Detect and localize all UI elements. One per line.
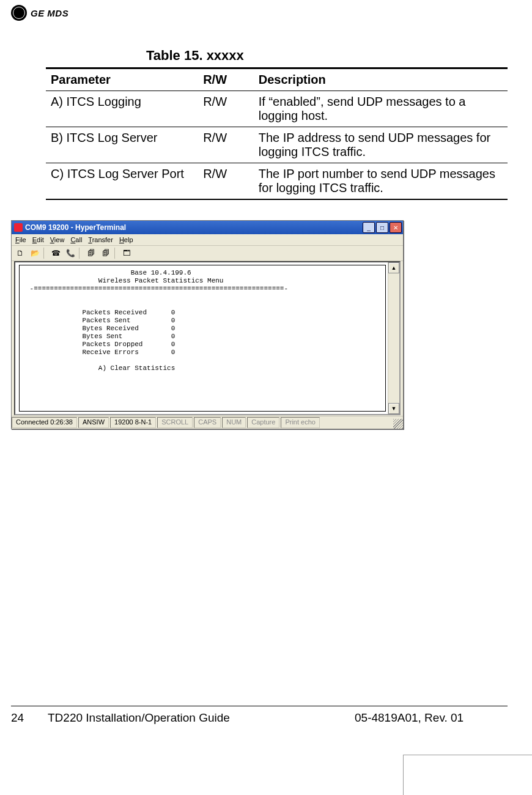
cell-desc: The IP address to send UDP messages for … (254, 127, 508, 163)
footer-title: TD220 Installation/Operation Guide (48, 711, 355, 725)
cell-desc: If “enabled”, send UDP messages to a log… (254, 91, 508, 127)
footer-revision: 05-4819A01, Rev. 01 (355, 711, 508, 725)
table-caption: Table 15. xxxxx (146, 48, 508, 64)
minimize-button[interactable]: _ (363, 222, 375, 233)
menu-edit[interactable]: Edit (32, 236, 44, 243)
terminal-output[interactable]: Base 10.4.199.6 Wireless Packet Statisti… (19, 265, 386, 412)
menu-transfer[interactable]: Transfer (88, 236, 113, 243)
status-num: NUM (222, 417, 246, 428)
send-icon[interactable]: 🗐 (85, 247, 97, 259)
cell-rw: R/W (198, 91, 254, 127)
status-scroll: SCROLL (157, 417, 193, 428)
call-icon[interactable]: ☎ (50, 247, 62, 259)
cell-rw: R/W (198, 163, 254, 200)
toolbar: 🗋 📂 ☎ 📞 🗐 🗐 🗔 (12, 246, 403, 261)
th-rw: R/W (198, 68, 254, 91)
brand-logo: GE MDS (11, 5, 68, 21)
status-printecho: Print echo (281, 417, 320, 428)
page-footer: 24 TD220 Installation/Operation Guide 05… (11, 711, 508, 725)
status-settings: 19200 8-N-1 (110, 417, 156, 428)
th-description: Description (254, 68, 508, 91)
cell-param: B) ITCS Log Server (46, 127, 198, 163)
menu-view[interactable]: View (50, 236, 65, 243)
scan-corner-box (403, 755, 532, 795)
separator-icon (79, 247, 83, 259)
cell-rw: R/W (198, 127, 254, 163)
status-emulation: ANSIW (78, 417, 109, 428)
separator-icon (114, 247, 118, 259)
cell-param: C) ITCS Log Server Port (46, 163, 198, 200)
properties-icon[interactable]: 🗔 (120, 247, 133, 259)
menu-call[interactable]: Call (70, 236, 82, 243)
resize-grip-icon[interactable] (393, 419, 403, 429)
vertical-scrollbar[interactable]: ▲ ▼ (388, 262, 399, 414)
terminal-area: Base 10.4.199.6 Wireless Packet Statisti… (14, 261, 401, 415)
app-icon (14, 223, 23, 232)
page-number: 24 (11, 711, 48, 725)
window-title: COM9 19200 - HyperTerminal (25, 223, 126, 232)
status-capture: Capture (247, 417, 279, 428)
parameter-table: Parameter R/W Description A) ITCS Loggin… (46, 67, 508, 200)
menubar: File Edit View Call Transfer Help (12, 234, 403, 246)
cell-param: A) ITCS Logging (46, 91, 198, 127)
scroll-up-button[interactable]: ▲ (388, 262, 399, 273)
new-icon[interactable]: 🗋 (14, 247, 26, 259)
th-parameter: Parameter (46, 68, 198, 91)
hangup-icon[interactable]: 📞 (64, 247, 76, 259)
hyperterminal-window: COM9 19200 - HyperTerminal _ □ ✕ File Ed… (11, 220, 404, 429)
menu-file[interactable]: File (15, 236, 26, 243)
menu-help[interactable]: Help (119, 236, 133, 243)
status-caps: CAPS (194, 417, 221, 428)
statusbar: Connected 0:26:38 ANSIW 19200 8-N-1 SCRO… (12, 416, 403, 429)
window-titlebar[interactable]: COM9 19200 - HyperTerminal _ □ ✕ (12, 221, 403, 234)
receive-icon[interactable]: 🗐 (100, 247, 112, 259)
brand-text: GE MDS (31, 8, 68, 18)
close-button[interactable]: ✕ (390, 222, 402, 233)
separator-icon (43, 247, 47, 259)
open-icon[interactable]: 📂 (29, 247, 41, 259)
ge-roundel-icon (11, 5, 27, 21)
maximize-button[interactable]: □ (376, 222, 388, 233)
footer-rule (11, 706, 508, 706)
cell-desc: The IP port number to send UDP messages … (254, 163, 508, 200)
table-row: A) ITCS Logging R/W If “enabled”, send U… (46, 91, 508, 127)
table-row: B) ITCS Log Server R/W The IP address to… (46, 127, 508, 163)
table-row: C) ITCS Log Server Port R/W The IP port … (46, 163, 508, 200)
status-connected: Connected 0:26:38 (12, 417, 77, 428)
scroll-down-button[interactable]: ▼ (388, 403, 399, 414)
